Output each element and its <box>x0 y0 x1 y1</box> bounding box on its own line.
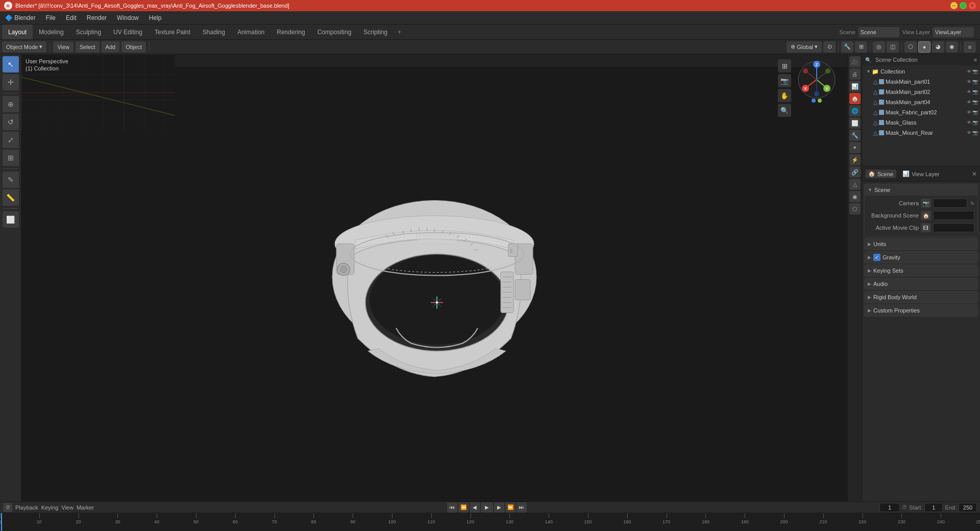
object-button[interactable]: Object <box>121 41 146 53</box>
bg-scene-icon-btn[interactable]: 🏠 <box>921 211 931 220</box>
outliner-row-part01[interactable]: △ MaskMain_part01 👁 📷 <box>862 77 980 87</box>
mount-cam[interactable]: 📷 <box>972 130 978 135</box>
timeline-area-toggle[interactable]: ⏱ <box>3 503 12 512</box>
transform-tool[interactable]: ⊞ <box>3 150 19 166</box>
scene-selector[interactable]: Scene <box>859 27 899 37</box>
props-physics-tab[interactable]: ⚡ <box>849 154 861 165</box>
tab-add-button[interactable]: + <box>394 27 405 38</box>
custom-props-header[interactable]: ▶ Custom Properties <box>865 305 977 316</box>
jump-start-btn[interactable]: ⏮ <box>447 502 457 513</box>
props-view-layer-tab[interactable]: 📊 <box>849 81 861 92</box>
scene-section-header[interactable]: ▼ Scene <box>865 184 977 196</box>
select-button[interactable]: Select <box>76 41 100 53</box>
object-mode-button[interactable]: Object Mode ▾ <box>2 41 46 53</box>
menu-file[interactable]: File <box>41 11 61 24</box>
props-world-tab[interactable]: 🌐 <box>849 105 861 116</box>
glass-cam[interactable]: 📷 <box>972 120 978 125</box>
rendered-shading[interactable]: ◉ <box>946 41 958 53</box>
bg-scene-value[interactable] <box>933 211 974 220</box>
solid-shading[interactable]: ● <box>918 41 930 53</box>
mount-eye[interactable]: 👁 <box>967 130 971 135</box>
props-object-tab[interactable]: ⬜ <box>849 117 861 129</box>
viewport-zoom-button[interactable]: ⊞ <box>778 59 791 73</box>
menu-edit[interactable]: Edit <box>61 11 82 24</box>
camera-value[interactable] <box>933 199 967 208</box>
tab-layout[interactable]: Layout <box>2 25 33 39</box>
viewport-camera-button[interactable]: 📷 <box>778 74 791 87</box>
current-frame[interactable]: 1 <box>879 503 900 512</box>
keying-label[interactable]: Keying <box>41 504 59 511</box>
scale-tool[interactable]: ⤢ <box>3 132 19 148</box>
scene-props-tab[interactable]: 🏠 Scene <box>865 170 896 178</box>
props-render-tab[interactable]: 🎥 <box>849 56 861 67</box>
end-frame[interactable]: 250 <box>959 503 977 512</box>
menu-render[interactable]: Render <box>82 11 112 24</box>
marker-label[interactable]: Marker <box>77 504 94 511</box>
measure-tool[interactable]: 📏 <box>3 189 19 206</box>
tab-sculpting[interactable]: Sculpting <box>70 25 107 39</box>
props-constraints-tab[interactable]: 🔗 <box>849 166 861 178</box>
add-cube-tool[interactable]: ⬜ <box>3 211 19 228</box>
menu-blender[interactable]: 🔷 Blender <box>0 11 41 24</box>
tab-rendering[interactable]: Rendering <box>271 25 311 39</box>
props-texture-tab[interactable]: ⬡ <box>849 203 861 214</box>
proportional-edit-button[interactable]: ⊙ <box>823 41 836 53</box>
outliner-row-part04[interactable]: △ MaskMain_part04 👁 📷 <box>862 97 980 107</box>
step-back-btn[interactable]: ◀ <box>470 502 480 513</box>
cursor-tool[interactable]: ✛ <box>3 74 19 90</box>
viewport[interactable]: View ▾ Select ▾ Add ▾ Object ▾ <box>21 54 847 501</box>
tab-scripting[interactable]: Scripting <box>357 25 394 39</box>
part02-eye[interactable]: 👁 <box>967 89 971 94</box>
tab-shading[interactable]: Shading <box>197 25 231 39</box>
outliner-filter[interactable]: ≡ <box>964 41 976 53</box>
select-tool[interactable]: ↖ <box>3 56 19 73</box>
outliner-search[interactable]: 🔍 <box>865 57 871 63</box>
tab-animation[interactable]: Animation <box>231 25 271 39</box>
glass-eye[interactable]: 👁 <box>967 120 971 125</box>
part01-eye[interactable]: 👁 <box>967 79 971 84</box>
props-material-tab[interactable]: ◉ <box>849 191 861 202</box>
outliner-row-fabric[interactable]: △ Mask_Fabric_part02 👁 📷 <box>862 107 980 117</box>
movie-clip-value[interactable] <box>933 223 974 232</box>
rotate-tool[interactable]: ↺ <box>3 114 19 130</box>
fabric-eye[interactable]: 👁 <box>967 110 971 115</box>
props-close-btn[interactable]: ✕ <box>972 171 977 178</box>
start-frame[interactable]: 1 <box>924 503 943 512</box>
fabric-cam[interactable]: 📷 <box>972 110 978 115</box>
part04-eye[interactable]: 👁 <box>967 100 971 105</box>
next-keyframe-btn[interactable]: ⏩ <box>505 502 516 513</box>
part01-cam[interactable]: 📷 <box>972 79 978 84</box>
menu-help[interactable]: Help <box>144 11 167 24</box>
outliner-row-part02[interactable]: △ MaskMain_part02 👁 📷 <box>862 87 980 97</box>
xray-button[interactable]: ◫ <box>887 41 899 53</box>
view-button[interactable]: View <box>53 41 74 53</box>
nav-gizmo[interactable]: Z Y X <box>796 59 837 100</box>
gravity-checkbox[interactable]: ✓ <box>873 254 880 261</box>
props-scene-tab[interactable]: 🏠 <box>849 93 861 104</box>
add-button[interactable]: Add <box>102 41 120 53</box>
play-btn[interactable]: ▶ <box>481 502 493 513</box>
props-modifier-tab[interactable]: 🔧 <box>849 130 861 141</box>
props-particles-tab[interactable]: ✦ <box>849 142 861 153</box>
viewport-search-button[interactable]: 🔍 <box>778 104 791 117</box>
keying-sets-header[interactable]: ▶ Keying Sets <box>865 265 977 276</box>
camera-edit-btn[interactable]: ✎ <box>970 201 974 206</box>
timeline-view-label[interactable]: View <box>61 504 74 511</box>
view-layer-props-tab[interactable]: 📊 View Layer <box>899 170 942 178</box>
prev-keyframe-btn[interactable]: ⏪ <box>458 502 469 513</box>
movie-clip-icon-btn[interactable]: 🎞 <box>921 223 931 232</box>
annotate-tool[interactable]: ✎ <box>3 172 19 188</box>
outliner-row-glass[interactable]: △ Mask_Glass 👁 📷 <box>862 117 980 128</box>
props-object-data-tab[interactable]: △ <box>849 179 861 190</box>
part02-cam[interactable]: 📷 <box>972 89 978 94</box>
tab-uv-editing[interactable]: UV Editing <box>107 25 149 39</box>
viewport-hand-button[interactable]: ✋ <box>778 89 791 102</box>
collection-eye[interactable]: 👁 <box>967 69 971 74</box>
props-output-tab[interactable]: 🖨 <box>849 68 861 80</box>
gravity-section-header[interactable]: ▶ ✓ Gravity <box>865 252 977 263</box>
view-layer-selector[interactable]: ViewLayer <box>933 27 974 37</box>
outliner-row-mount[interactable]: △ Mask_Mount_Rear 👁 📷 <box>862 128 980 138</box>
snap-button[interactable]: 🔧 <box>841 41 853 53</box>
overlay-button[interactable]: ◎ <box>873 41 885 53</box>
jump-end-btn[interactable]: ⏭ <box>517 502 527 513</box>
